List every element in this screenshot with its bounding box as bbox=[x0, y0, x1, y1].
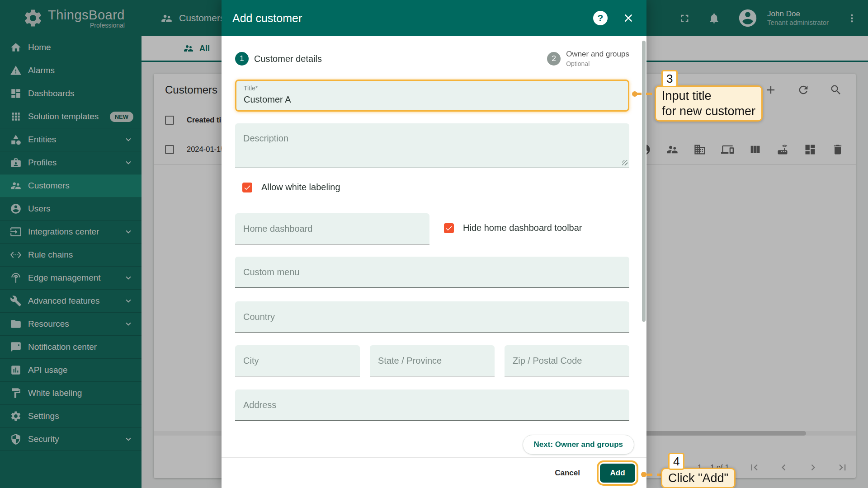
step-1-circle: 1 bbox=[235, 52, 249, 66]
annotation-4-connector-dot bbox=[641, 472, 646, 477]
city-placeholder: City bbox=[243, 356, 259, 366]
annotation-4-text: Click "Add" bbox=[668, 470, 728, 486]
dialog-footer: Cancel Add bbox=[222, 457, 646, 488]
step-2-labels[interactable]: Owner and groups Optional bbox=[566, 49, 629, 68]
state-input[interactable]: State / Province bbox=[370, 345, 495, 376]
annotation-3-line2: for new customer bbox=[662, 103, 755, 119]
close-icon[interactable] bbox=[622, 12, 635, 24]
step-2-label: Owner and groups bbox=[566, 49, 629, 60]
annotation-3-connector-dot bbox=[632, 91, 637, 97]
description-textarea[interactable]: Description bbox=[235, 123, 629, 168]
description-placeholder: Description bbox=[243, 133, 288, 144]
zip-placeholder: Zip / Postal Code bbox=[513, 356, 582, 366]
next-owner-groups-button[interactable]: Next: Owner and groups bbox=[523, 435, 634, 455]
step-2-circle: 2 bbox=[547, 52, 561, 66]
allow-white-labeling-label: Allow white labeling bbox=[261, 182, 340, 192]
home-dashboard-input[interactable]: Home dashboard bbox=[235, 213, 429, 244]
hide-home-toolbar-checkbox[interactable] bbox=[444, 223, 454, 233]
stepper: 1 Customer details 2 Owner and groups Op… bbox=[235, 49, 629, 69]
dialog-scrollbar-thumb[interactable] bbox=[642, 41, 646, 322]
city-state-zip-row: City State / Province Zip / Postal Code bbox=[235, 345, 629, 376]
state-placeholder: State / Province bbox=[378, 356, 442, 366]
allow-white-labeling-row: Allow white labeling bbox=[242, 182, 340, 192]
address-placeholder: Address bbox=[243, 400, 276, 410]
add-customer-dialog: Add customer ? 1 Customer details 2 Owne… bbox=[222, 0, 646, 488]
dialog-body: 1 Customer details 2 Owner and groups Op… bbox=[222, 36, 646, 457]
annotation-3-box: Input title for new customer bbox=[655, 85, 763, 122]
allow-white-labeling-checkbox[interactable] bbox=[242, 183, 252, 192]
annotation-3-number: 3 bbox=[661, 70, 678, 87]
country-input[interactable]: Country bbox=[235, 301, 629, 333]
title-input-value: Customer A bbox=[244, 94, 291, 105]
address-input[interactable]: Address bbox=[235, 389, 629, 421]
custom-menu-placeholder: Custom menu bbox=[243, 267, 300, 277]
title-input[interactable]: Title* Customer A bbox=[235, 80, 629, 112]
zip-input[interactable]: Zip / Postal Code bbox=[505, 345, 629, 376]
annotation-3-connector bbox=[636, 93, 656, 95]
dialog-header: Add customer ? bbox=[222, 0, 646, 36]
hide-home-toolbar-label: Hide home dashboard toolbar bbox=[463, 223, 582, 233]
resize-grip-icon[interactable] bbox=[622, 160, 627, 165]
step-2-sublabel: Optional bbox=[566, 60, 629, 68]
annotation-4-box: Click "Add" bbox=[661, 468, 736, 488]
title-input-label: Title* bbox=[244, 84, 258, 92]
annotation-4-connector bbox=[646, 474, 662, 476]
hide-home-toolbar-row: Hide home dashboard toolbar bbox=[444, 223, 582, 233]
add-button[interactable]: Add bbox=[600, 464, 635, 483]
annotation-3-line1: Input title bbox=[662, 88, 755, 103]
country-placeholder: Country bbox=[243, 312, 275, 322]
annotation-4-number: 4 bbox=[668, 453, 684, 470]
step-1-label: Customer details bbox=[254, 54, 322, 64]
home-dashboard-placeholder: Home dashboard bbox=[243, 224, 312, 234]
help-icon[interactable]: ? bbox=[593, 11, 608, 25]
dialog-title: Add customer bbox=[232, 12, 302, 25]
stepper-connector bbox=[330, 59, 539, 59]
cancel-button[interactable]: Cancel bbox=[548, 465, 586, 481]
custom-menu-input[interactable]: Custom menu bbox=[235, 257, 629, 288]
city-input[interactable]: City bbox=[235, 345, 360, 376]
